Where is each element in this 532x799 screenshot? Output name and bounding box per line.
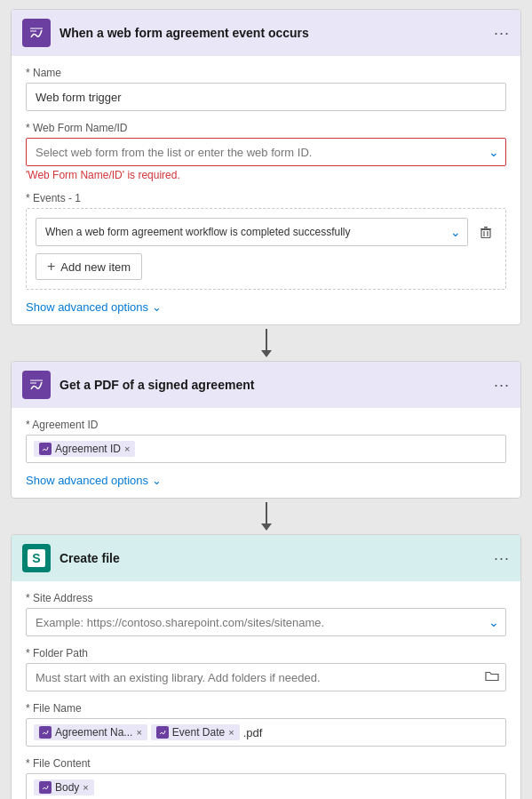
card1-title: When a web form agreement event occurs	[60, 26, 485, 40]
site-address-field-group: * Site Address ⌄	[26, 592, 506, 636]
flow-canvas: When a web form agreement event occurs ·…	[9, 9, 523, 799]
file-content-label: * File Content	[26, 757, 506, 770]
file-content-tag-text: Body	[55, 781, 79, 794]
name-label: * Name	[26, 67, 506, 79]
site-address-label: * Site Address	[26, 592, 506, 604]
card2-icon	[22, 371, 51, 399]
show-advanced-label-card2: Show advanced options	[26, 474, 148, 487]
chevron-down-icon-card2: ⌄	[152, 474, 162, 487]
svg-rect-2	[484, 227, 488, 228]
card2-header: Get a PDF of a signed agreement ···	[12, 362, 520, 408]
show-advanced-card2[interactable]: Show advanced options ⌄	[26, 474, 506, 487]
agreement-id-tag: Agreement ID ×	[34, 441, 135, 457]
file-name-suffix: .pdf	[243, 726, 263, 739]
event-delete-btn[interactable]	[475, 221, 496, 243]
name-field-group: * Name	[26, 67, 506, 111]
name-input[interactable]	[26, 83, 506, 111]
file-name-tag1-close[interactable]: ×	[136, 727, 141, 738]
file-name-tag1-icon	[39, 726, 52, 739]
tag-adobe-icon	[39, 443, 52, 455]
svg-rect-6	[28, 375, 45, 395]
webform-dropdown-wrapper: ⌄	[26, 138, 506, 166]
file-content-tag-input[interactable]: Body ×	[26, 773, 506, 799]
agreement-id-label: * Agreement ID	[26, 419, 506, 431]
event-dropdown-wrapper: When a web form agreement workflow is co…	[36, 218, 468, 246]
card1-menu[interactable]: ···	[494, 24, 510, 43]
card3-body: * Site Address ⌄ * Folder Path	[12, 581, 520, 799]
file-content-tag-close[interactable]: ×	[83, 782, 88, 793]
card-create-file: S Create file ··· * Site Address ⌄ * Fol…	[11, 534, 521, 799]
add-plus-icon: +	[47, 259, 55, 275]
card3-icon: S	[22, 544, 51, 572]
folder-path-input[interactable]	[26, 663, 506, 691]
card3-title: Create file	[60, 551, 485, 565]
file-name-tag1: Agreement Na... ×	[34, 724, 147, 740]
file-name-field-group: * File Name Agreement Na... ×	[26, 702, 506, 747]
card1-body: * Name * Web Form Name/ID ⌄ 'Web Form Na…	[12, 56, 520, 324]
events-box: When a web form agreement workflow is co…	[26, 208, 506, 290]
file-content-tag-icon	[39, 781, 52, 794]
events-label: * Events - 1	[26, 192, 506, 204]
agreement-id-tag-close[interactable]: ×	[124, 443, 130, 454]
file-content-tag: Body ×	[34, 779, 94, 795]
file-name-tag2-close[interactable]: ×	[228, 727, 234, 738]
add-btn-label: Add new item	[60, 260, 131, 274]
svg-rect-0	[28, 23, 45, 43]
file-name-tag2-text: Event Date	[172, 726, 225, 739]
show-advanced-label-card1: Show advanced options	[26, 300, 148, 314]
webform-error: 'Web Form Name/ID' is required.	[26, 169, 506, 181]
file-name-tag2-icon	[156, 726, 169, 739]
file-name-tag1-text: Agreement Na...	[55, 726, 132, 739]
card3-header: S Create file ···	[12, 535, 520, 581]
file-name-tag-input[interactable]: Agreement Na... × Event Date × .pdf	[26, 718, 506, 747]
event-dropdown[interactable]: When a web form agreement workflow is co…	[36, 218, 468, 246]
show-advanced-card1[interactable]: Show advanced options ⌄	[26, 300, 506, 314]
folder-path-field-group: * Folder Path	[26, 647, 506, 691]
card2-menu[interactable]: ···	[494, 376, 510, 395]
connector-2	[261, 499, 272, 534]
webform-input[interactable]	[26, 138, 506, 166]
events-field-group: * Events - 1 When a web form agreement w…	[26, 192, 506, 290]
folder-path-label: * Folder Path	[26, 647, 506, 659]
folder-icon	[485, 670, 499, 685]
chevron-down-icon-card1: ⌄	[152, 300, 162, 314]
connector-arrow-2	[261, 523, 272, 531]
card1-header: When a web form agreement event occurs ·…	[12, 10, 520, 56]
webform-field-group: * Web Form Name/ID ⌄ 'Web Form Name/ID' …	[26, 122, 506, 181]
svg-rect-3	[481, 230, 490, 238]
connector-line-1	[266, 329, 267, 350]
webform-label: * Web Form Name/ID	[26, 122, 506, 134]
add-new-item-btn[interactable]: + Add new item	[36, 253, 142, 280]
connector-1	[261, 325, 272, 361]
card-get-pdf: Get a PDF of a signed agreement ··· * Ag…	[11, 361, 521, 499]
card1-icon	[22, 19, 51, 47]
site-address-input[interactable]	[26, 608, 506, 636]
agreement-id-tag-input[interactable]: Agreement ID ×	[26, 435, 506, 463]
file-name-tag2: Event Date ×	[151, 724, 240, 740]
events-row: When a web form agreement workflow is co…	[36, 218, 496, 246]
connector-arrow-1	[261, 350, 272, 357]
file-name-label: * File Name	[26, 702, 506, 715]
file-content-field-group: * File Content Body ×	[26, 757, 506, 799]
card2-body: * Agreement ID Agreement ID × Sho	[12, 408, 520, 498]
site-address-dropdown-wrapper: ⌄	[26, 608, 506, 636]
card-web-form-trigger: When a web form agreement event occurs ·…	[11, 9, 521, 325]
card3-menu[interactable]: ···	[494, 549, 510, 568]
sharepoint-icon: S	[28, 549, 45, 567]
card2-title: Get a PDF of a signed agreement	[60, 378, 485, 392]
agreement-id-field-group: * Agreement ID Agreement ID ×	[26, 419, 506, 463]
agreement-id-tag-text: Agreement ID	[55, 443, 121, 455]
connector-line-2	[266, 502, 267, 523]
